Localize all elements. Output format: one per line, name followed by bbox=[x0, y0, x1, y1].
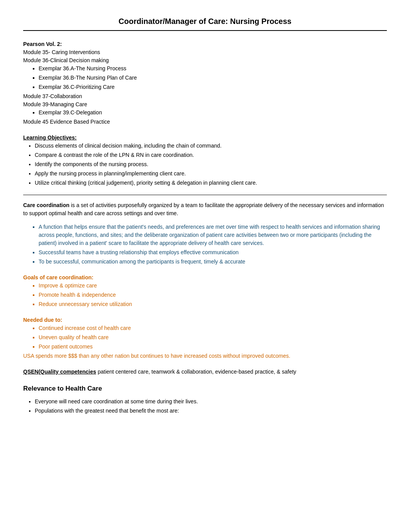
module-37: Module 37-Collaboration bbox=[23, 93, 82, 99]
qsen-rest: patient centered care, teamwork & collab… bbox=[96, 369, 296, 375]
care-coordination-bold: Care coordination bbox=[23, 202, 69, 208]
blue-bullets-list: A function that helps ensure that the pa… bbox=[39, 223, 387, 266]
qsen-bold: QSEN(Quality competencies bbox=[23, 369, 96, 375]
list-item: Compare & contrast the role of the LPN &… bbox=[35, 151, 387, 159]
list-item: Improve & optimize care bbox=[39, 282, 387, 290]
pearson-section: Pearson Vol. 2: Module 35- Caring Interv… bbox=[23, 40, 387, 126]
list-item: A function that helps ensure that the pa… bbox=[39, 223, 387, 247]
module-39-list: Exemplar 39.C-Delegation bbox=[39, 109, 387, 117]
list-item: Everyone will need care coordination at … bbox=[35, 398, 387, 406]
list-item: Discuss elements of clinical decision ma… bbox=[35, 142, 387, 150]
care-coordination-def-text: is a set of activities purposefully orga… bbox=[23, 202, 384, 216]
care-coordination-bullets: A function that helps ensure that the pa… bbox=[23, 223, 387, 266]
module-39: Module 39-Managing Care bbox=[23, 101, 87, 107]
list-item: Populations with the greatest need that … bbox=[35, 407, 387, 415]
needed-header: Needed due to: bbox=[23, 316, 387, 324]
list-item: Reduce unnecessary service utilization bbox=[39, 300, 387, 308]
module-35: Module 35- Caring Interventions bbox=[23, 49, 100, 55]
qsen-section: QSEN(Quality competencies patient center… bbox=[23, 368, 387, 376]
module-36: Module 36-Clinical Decision making bbox=[23, 57, 109, 63]
goals-header: Goals of care coordination: bbox=[23, 274, 387, 282]
care-coordination-definition: Care coordination is a set of activities… bbox=[23, 201, 387, 218]
section-divider bbox=[23, 195, 387, 195]
list-item: Continued increase cost of health care bbox=[39, 324, 387, 332]
list-item: Promote health & independence bbox=[39, 291, 387, 299]
list-item: Exemplar 39.C-Delegation bbox=[39, 109, 387, 117]
module-36-list: Exemplar 36.A-The Nursing Process Exempl… bbox=[39, 65, 387, 91]
list-item: Poor patient outcomes bbox=[39, 343, 387, 351]
relevance-list: Everyone will need care coordination at … bbox=[35, 398, 387, 415]
list-item: Exemplar 36.B-The Nursing Plan of Care bbox=[39, 74, 387, 82]
list-item: Apply the nursing process in planning/im… bbox=[35, 170, 387, 178]
pearson-label: Pearson Vol. 2: bbox=[23, 41, 62, 47]
needed-list: Continued increase cost of health care U… bbox=[39, 324, 387, 351]
learning-objectives-section: Learning Objectives: Discuss elements of… bbox=[23, 134, 387, 187]
list-item: Utilize critical thinking (critical judg… bbox=[35, 179, 387, 187]
relevance-header: Relevance to Health Care bbox=[23, 384, 387, 394]
list-item: Exemplar 36.C-Prioritizing Care bbox=[39, 83, 387, 91]
list-item: Successful teams have a trusting relatio… bbox=[39, 248, 387, 257]
learning-objectives-label: Learning Objectives: bbox=[23, 134, 76, 141]
list-item: To be successful, communication among th… bbox=[39, 258, 387, 266]
page-title: Coordinator/Manager of Care: Nursing Pro… bbox=[23, 15, 387, 31]
list-item: Uneven quality of health care bbox=[39, 333, 387, 342]
needed-section: Needed due to: Continued increase cost o… bbox=[23, 316, 387, 360]
goals-section: Goals of care coordination: Improve & op… bbox=[23, 274, 387, 308]
goals-list: Improve & optimize care Promote health &… bbox=[39, 282, 387, 308]
list-item: Exemplar 36.A-The Nursing Process bbox=[39, 65, 387, 73]
module-45: Module 45 Evidence Based Practice bbox=[23, 119, 110, 125]
learning-objectives-list: Discuss elements of clinical decision ma… bbox=[35, 142, 387, 187]
usa-text: USA spends more $$$ than any other natio… bbox=[23, 352, 387, 360]
relevance-section: Relevance to Health Care Everyone will n… bbox=[23, 384, 387, 415]
list-item: Identify the components of the nursing p… bbox=[35, 160, 387, 168]
